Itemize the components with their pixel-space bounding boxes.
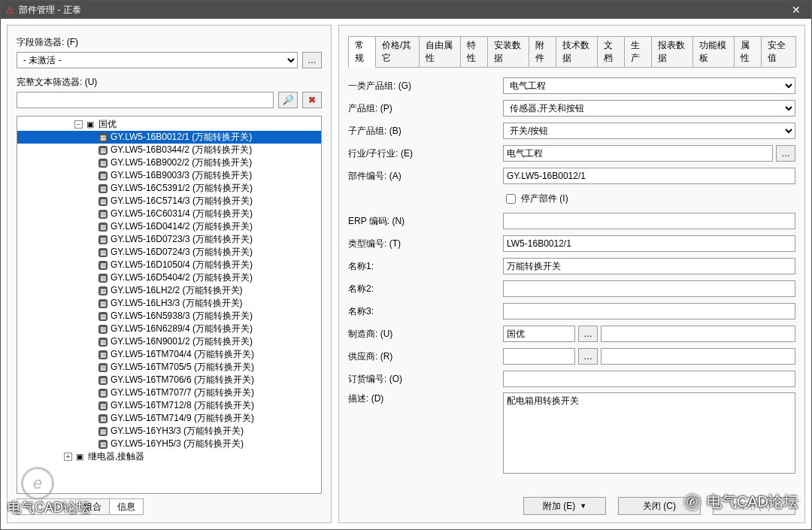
- tree-part-item[interactable]: ▦GY.LW5-16LH2/2 (万能转换开关): [17, 284, 321, 297]
- discontinued-checkbox[interactable]: [506, 194, 516, 204]
- close-icon[interactable]: ✕: [786, 1, 807, 19]
- detail-tab[interactable]: 文档: [597, 36, 625, 67]
- tab-list[interactable]: 列表: [41, 498, 76, 515]
- tree-part-item[interactable]: ▦GY.LW5-16YH5/3 (万能转换开关): [17, 438, 321, 450]
- tab-tree[interactable]: 树: [17, 498, 42, 515]
- tree-part-item[interactable]: ▦GY.LW5-16TM706/6 (万能转换开关): [17, 374, 321, 386]
- tree-item-label: GY.LW5-16YH5/3 (万能转换开关): [111, 438, 244, 450]
- detail-tab[interactable]: 属性: [734, 36, 762, 67]
- tree-part-item[interactable]: ▦GY.LW5-16C5391/2 (万能转换开关): [17, 182, 321, 195]
- tree-part-item[interactable]: ▦GY.LW5-16TM705/5 (万能转换开关): [17, 361, 321, 374]
- expand-icon[interactable]: +: [64, 453, 72, 461]
- tree-part-item[interactable]: ▦GY.LW5-16C5714/3 (万能转换开关): [17, 195, 321, 207]
- tree-part-item[interactable]: ▦GY.LW5-16N5938/3 (万能转换开关): [17, 310, 321, 323]
- apply-button[interactable]: 应用 (A): [713, 497, 795, 515]
- input-industry[interactable]: [503, 145, 773, 162]
- input-prodgroup[interactable]: 传感器,开关和按钮: [503, 100, 795, 117]
- input-supplier-code[interactable]: [503, 348, 575, 365]
- detail-tab[interactable]: 功能模板: [692, 36, 735, 67]
- input-group1[interactable]: 电气工程: [503, 77, 795, 94]
- detail-tab[interactable]: 安装数据: [487, 36, 529, 67]
- tree-part-item[interactable]: ▦GY.LW5-16D5404/2 (万能转换开关): [17, 271, 321, 284]
- detail-tab[interactable]: 价格/其它: [375, 36, 420, 67]
- input-erp[interactable]: [503, 213, 795, 229]
- input-manuf-code[interactable]: [503, 326, 575, 342]
- tree-item-label: GY.LW5-16D0724/3 (万能转换开关): [111, 246, 253, 259]
- action-buttons: 附加 (E)▼ 关闭 (C) 应用 (A): [348, 497, 795, 515]
- field-filter-more-button[interactable]: …: [302, 52, 322, 68]
- part-icon: ▦: [98, 427, 108, 436]
- input-name3[interactable]: [503, 303, 795, 320]
- text-filter-clear-button[interactable]: ✖: [302, 92, 322, 108]
- part-icon: ▦: [98, 171, 108, 180]
- manuf-more-button[interactable]: …: [578, 326, 598, 342]
- tree-part-item[interactable]: ▦GY.LW5-16D0723/3 (万能转换开关): [17, 233, 321, 246]
- tree-group-root[interactable]: −▣国优: [17, 118, 321, 131]
- detail-tab[interactable]: 技术数据: [556, 36, 598, 67]
- industry-more-button[interactable]: …: [776, 145, 795, 162]
- tree-part-item[interactable]: ▦GY.LW5-16B0344/2 (万能转换开关): [17, 144, 321, 156]
- label-name1: 名称1:: [348, 260, 498, 273]
- tab-info[interactable]: 信息: [109, 498, 144, 515]
- parts-tree[interactable]: −▣国优▦GY.LW5-16B0012/1 (万能转换开关)▦GY.LW5-16…: [17, 116, 322, 494]
- input-desc[interactable]: [503, 392, 795, 474]
- tree-part-item[interactable]: ▦GY.LW5-16D1050/4 (万能转换开关): [17, 259, 321, 271]
- left-panel: 字段筛选器: (F) - 未激活 - … 完整文本筛选器: (U) 🔎 ✖ −▣…: [7, 25, 332, 523]
- supplier-more-button[interactable]: …: [578, 348, 598, 365]
- part-icon: ▦: [98, 248, 108, 257]
- collapse-icon[interactable]: −: [74, 120, 83, 129]
- tree-part-item[interactable]: ▦GY.LW5-16D0724/3 (万能转换开关): [17, 246, 321, 259]
- input-orderno[interactable]: [503, 371, 795, 387]
- label-group1: 一类产品组: (G): [348, 80, 498, 92]
- label-desc: 描述: (D): [348, 392, 498, 405]
- detail-tab[interactable]: 安全值: [761, 36, 796, 67]
- input-subgroup[interactable]: 开关/按钮: [503, 123, 795, 139]
- discontinued-checkbox-wrap[interactable]: 停产部件 (I): [503, 192, 568, 206]
- tree-item-label: GY.LW5-16D5404/2 (万能转换开关): [111, 271, 253, 284]
- tree-part-item[interactable]: ▦GY.LW5-16TM704/4 (万能转换开关): [17, 348, 321, 361]
- tree-part-item[interactable]: ▦GY.LW5-16YH3/3 (万能转换开关): [17, 425, 321, 438]
- detail-tab[interactable]: 自由属性: [419, 36, 461, 67]
- tree-part-item[interactable]: ▦GY.LW5-16TM714/9 (万能转换开关): [17, 412, 321, 425]
- detail-tab[interactable]: 特性: [460, 36, 488, 67]
- part-icon: ▦: [98, 299, 108, 308]
- detail-tab[interactable]: 附件: [529, 36, 556, 67]
- tree-part-item[interactable]: ▦GY.LW5-16N6289/4 (万能转换开关): [17, 323, 321, 335]
- tree-part-item[interactable]: ▦GY.LW5-16B9002/2 (万能转换开关): [17, 156, 321, 169]
- tab-combo[interactable]: 组合: [75, 498, 110, 515]
- tree-item-label: GY.LW5-16D0414/2 (万能转换开关): [111, 220, 253, 233]
- part-icon: ▦: [98, 235, 108, 244]
- detail-tab[interactable]: 报表数据: [651, 36, 693, 67]
- part-icon: ▦: [98, 440, 108, 449]
- tree-part-item[interactable]: ▦GY.LW5-16TM707/7 (万能转换开关): [17, 386, 321, 399]
- field-filter-label: 字段筛选器: (F): [17, 36, 322, 49]
- field-filter-select[interactable]: - 未激活 -: [17, 52, 298, 68]
- tree-part-item[interactable]: ▦GY.LW5-16N9001/2 (万能转换开关): [17, 335, 321, 348]
- input-partno[interactable]: [503, 168, 795, 184]
- input-name2[interactable]: [503, 280, 795, 297]
- detail-tab[interactable]: 常规: [348, 36, 376, 68]
- extras-button[interactable]: 附加 (E)▼: [523, 497, 606, 515]
- tree-part-item[interactable]: ▦GY.LW5-16C6031/4 (万能转换开关): [17, 207, 321, 220]
- tree-item-label: GY.LW5-16TM714/9 (万能转换开关): [111, 412, 254, 425]
- part-icon: ▦: [98, 210, 108, 219]
- right-panel: 常规价格/其它自由属性特性安装数据附件技术数据文档生产报表数据功能模板属性安全值…: [338, 25, 805, 523]
- tree-part-item[interactable]: ▦GY.LW5-16B0012/1 (万能转换开关): [17, 131, 321, 144]
- input-typeno[interactable]: [503, 235, 795, 252]
- text-filter-input[interactable]: [17, 92, 274, 108]
- tree-part-item[interactable]: ▦GY.LW5-16TM712/8 (万能转换开关): [17, 399, 321, 412]
- tree-item-label: GY.LW5-16D0723/3 (万能转换开关): [111, 233, 253, 246]
- input-name1[interactable]: [503, 258, 795, 274]
- text-filter-search-button[interactable]: 🔎: [278, 92, 298, 108]
- tree-group-sibling[interactable]: +▣继电器,接触器: [17, 450, 321, 463]
- tree-part-item[interactable]: ▦GY.LW5-16B9003/3 (万能转换开关): [17, 169, 321, 182]
- close-button[interactable]: 关闭 (C): [618, 497, 701, 515]
- tree-part-item[interactable]: ▦GY.LW5-16LH3/3 (万能转换开关): [17, 297, 321, 310]
- tree-item-label: GY.LW5-16YH3/3 (万能转换开关): [111, 425, 244, 438]
- body: 字段筛选器: (F) - 未激活 - … 完整文本筛选器: (U) 🔎 ✖ −▣…: [1, 19, 811, 529]
- detail-tab[interactable]: 生产: [624, 36, 652, 67]
- part-icon: ▦: [98, 184, 108, 193]
- tree-item-label: GY.LW5-16C6031/4 (万能转换开关): [111, 207, 253, 220]
- tree-item-label: GY.LW5-16TM704/4 (万能转换开关): [111, 348, 254, 361]
- tree-part-item[interactable]: ▦GY.LW5-16D0414/2 (万能转换开关): [17, 220, 321, 233]
